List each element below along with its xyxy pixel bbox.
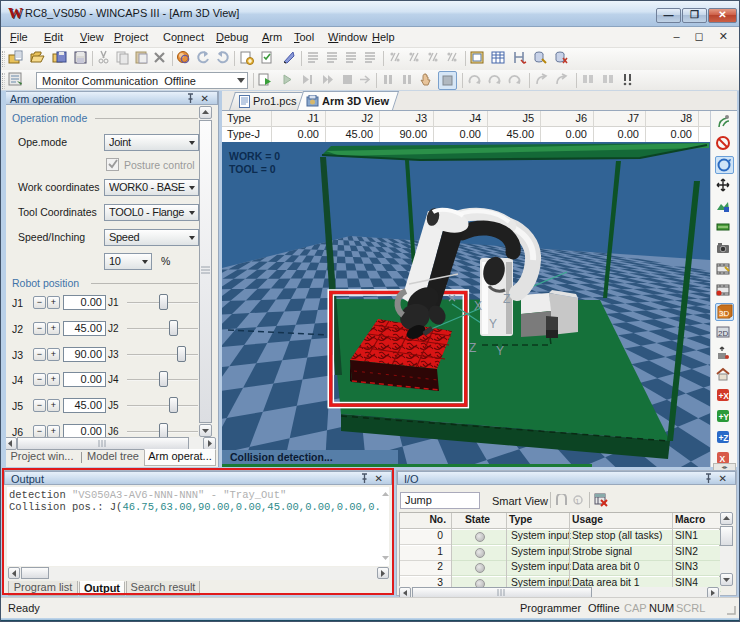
svg-text:WORK = 0: WORK = 0 bbox=[229, 150, 280, 162]
svg-text:Collision detection...: Collision detection... bbox=[230, 451, 333, 463]
svg-text:Z: Z bbox=[469, 341, 476, 355]
svg-text:Y: Y bbox=[496, 344, 504, 358]
svg-text:1: 1 bbox=[575, 497, 580, 506]
svg-text:X: X bbox=[474, 299, 482, 313]
svg-text:TOOL = 0: TOOL = 0 bbox=[229, 163, 276, 175]
svg-text:+X: +X bbox=[718, 391, 729, 401]
svg-text:2D: 2D bbox=[718, 329, 728, 338]
svg-text:X: X bbox=[720, 454, 726, 464]
svg-text:+Y: +Y bbox=[718, 412, 729, 422]
svg-text:Y: Y bbox=[489, 317, 497, 331]
svg-text:3D: 3D bbox=[719, 309, 729, 318]
svg-text:Z: Z bbox=[503, 292, 510, 306]
svg-text:+Z: +Z bbox=[718, 433, 728, 443]
